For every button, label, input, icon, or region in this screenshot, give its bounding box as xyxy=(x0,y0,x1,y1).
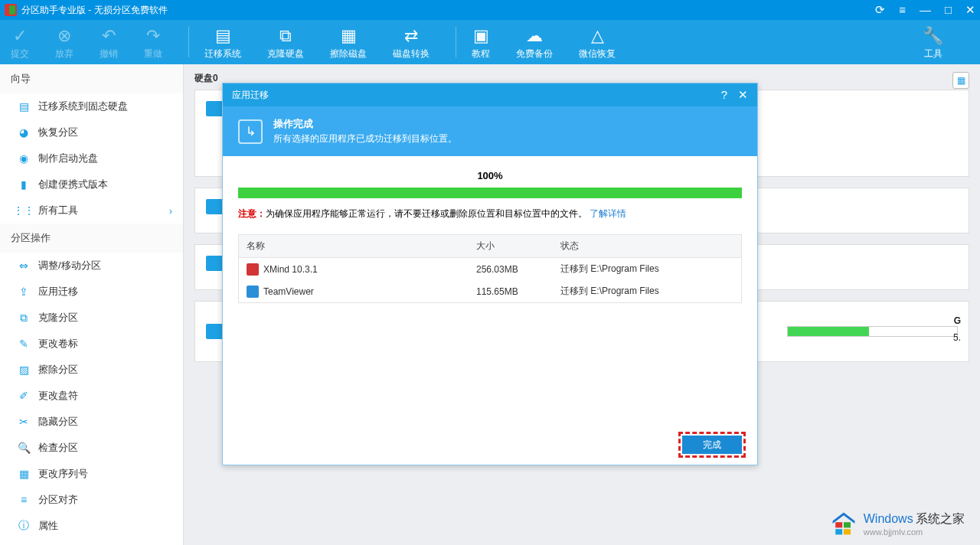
hide-icon: ✂ xyxy=(17,415,31,429)
chevron-right-icon: › xyxy=(169,205,172,217)
sidebar-app-migrate[interactable]: ⇪应用迁移 xyxy=(0,279,183,305)
result-table: 名称 大小 状态 XMind 10.3.1 256.03MB 迁移到 E:\Pr… xyxy=(238,234,742,303)
disc-icon: ◉ xyxy=(17,152,31,165)
sidebar-wipe-partition[interactable]: ▨擦除分区 xyxy=(0,357,183,383)
grid-icon: ⋮⋮ xyxy=(17,204,31,217)
convert-disk-button[interactable]: ⇄磁盘转换 xyxy=(393,24,430,60)
sidebar-check-partition[interactable]: 🔍检查分区 xyxy=(0,435,183,461)
search-icon: 🔍 xyxy=(17,441,31,455)
sidebar-boot-cd[interactable]: ◉制作启动光盘 xyxy=(0,145,183,171)
sidebar-migrate-ssd[interactable]: ▤迁移系统到固态硬盘 xyxy=(0,93,183,119)
refresh-icon[interactable]: ⟳ xyxy=(875,3,885,17)
undo-button[interactable]: ↶撤销 xyxy=(100,24,118,60)
window-controls: ⟳ ≡ — □ ✕ xyxy=(875,3,975,17)
close-icon[interactable]: ✕ xyxy=(965,3,975,17)
ssd-icon: ▤ xyxy=(17,100,31,113)
svg-rect-3 xyxy=(835,529,842,534)
sidebar-change-letter[interactable]: ✐更改盘符 xyxy=(0,383,183,409)
backup-button[interactable]: ☁免费备份 xyxy=(516,24,553,60)
dialog-titlebar: 应用迁移 ? ✕ xyxy=(223,83,757,106)
sidebar-restore-partition[interactable]: ◕恢复分区 xyxy=(0,119,183,145)
banner-desc: 所有选择的应用程序已成功迁移到目标位置。 xyxy=(273,132,457,145)
warning-text: 注意：为确保应用程序能够正常运行，请不要迁移或删除原位置和目标位置中的文件。 了… xyxy=(238,207,742,220)
usage-bar xyxy=(787,326,958,337)
redo-button[interactable]: ↷重做 xyxy=(144,24,162,60)
app-migrate-dialog: 应用迁移 ? ✕ ↳ 操作完成 所有选择的应用程序已成功迁移到目标位置。 100… xyxy=(222,83,758,465)
app-logo-icon xyxy=(5,4,17,16)
pencil-icon: ✎ xyxy=(17,337,31,351)
commit-button[interactable]: ✓提交 xyxy=(11,24,29,60)
learn-more-link[interactable]: 了解详情 xyxy=(590,208,626,219)
clone-icon: ⧉ xyxy=(17,311,31,325)
finish-button[interactable]: 完成 xyxy=(682,436,742,454)
view-toggle-button[interactable]: ▦ xyxy=(952,72,969,89)
svg-rect-1 xyxy=(835,522,842,527)
book-icon: ▣ xyxy=(473,24,489,47)
clone-disk-button[interactable]: ⧉克隆硬盘 xyxy=(267,24,304,60)
progress-bar xyxy=(238,188,742,198)
help-icon[interactable]: ? xyxy=(721,88,727,102)
sidebar-properties[interactable]: ⓘ属性 xyxy=(0,513,183,539)
house-logo-icon xyxy=(830,510,858,537)
wipe-disk-button[interactable]: ▦擦除磁盘 xyxy=(330,24,367,60)
minimize-icon[interactable]: — xyxy=(920,3,931,17)
menu-icon[interactable]: ≡ xyxy=(899,3,906,17)
tools-button[interactable]: 🔧工具 xyxy=(923,24,943,60)
sidebar-all-tools[interactable]: ⋮⋮所有工具› xyxy=(0,197,183,224)
watermark: Windows 系统之家 www.bjjmlv.com xyxy=(830,510,965,537)
sidebar-hide-partition[interactable]: ✂隐藏分区 xyxy=(0,409,183,435)
folder-arrow-icon: ↳ xyxy=(238,119,263,144)
pie-icon: ◕ xyxy=(17,126,31,139)
wrench-icon: 🔧 xyxy=(923,24,943,47)
drive-icon: ▤ xyxy=(215,24,231,47)
tutorial-button[interactable]: ▣教程 xyxy=(472,24,490,60)
app-icon xyxy=(247,263,259,276)
wechat-icon: △ xyxy=(591,24,604,47)
discard-button[interactable]: ⊗放弃 xyxy=(55,24,74,60)
dialog-banner: ↳ 操作完成 所有选择的应用程序已成功迁移到目标位置。 xyxy=(223,106,757,156)
tag-icon: ✐ xyxy=(17,389,31,403)
sidebar-align[interactable]: ≡分区对齐 xyxy=(0,487,183,513)
dialog-title: 应用迁移 xyxy=(232,89,269,102)
drive-num: 5. xyxy=(953,332,961,343)
titlebar: 分区助手专业版 - 无损分区免费软件 ⟳ ≡ — □ ✕ xyxy=(0,0,980,20)
sidebar-clone-partition[interactable]: ⧉克隆分区 xyxy=(0,305,183,331)
sidebar-resize[interactable]: ⇔调整/移动分区 xyxy=(0,253,183,279)
maximize-icon[interactable]: □ xyxy=(945,3,952,17)
sidebar-change-serial[interactable]: ▦更改序列号 xyxy=(0,461,183,487)
svg-rect-4 xyxy=(844,529,851,534)
clone-icon: ⧉ xyxy=(279,24,292,47)
info-icon: ⓘ xyxy=(17,519,31,533)
table-row: XMind 10.3.1 256.03MB 迁移到 E:\Program Fil… xyxy=(239,258,741,280)
window-title: 分区助手专业版 - 无损分区免费软件 xyxy=(21,4,168,17)
sidebar-portable[interactable]: ▮创建便携式版本 xyxy=(0,171,183,197)
eraser-icon: ▨ xyxy=(17,363,31,377)
serial-icon: ▦ xyxy=(17,467,31,481)
backup-icon: ☁ xyxy=(526,24,543,47)
col-size: 大小 xyxy=(476,240,560,253)
col-status: 状态 xyxy=(560,240,733,253)
migrate-icon: ⇪ xyxy=(17,285,31,299)
wechat-restore-button[interactable]: △微信恢复 xyxy=(579,24,616,60)
usb-icon: ▮ xyxy=(17,178,31,191)
convert-icon: ⇄ xyxy=(404,24,418,47)
wipe-icon: ▦ xyxy=(341,24,357,47)
col-name: 名称 xyxy=(247,240,476,253)
svg-marker-0 xyxy=(832,513,854,524)
toolbar: ✓提交 ⊗放弃 ↶撤销 ↷重做 ▤迁移系统 ⧉克隆硬盘 ▦擦除磁盘 ⇄磁盘转换 … xyxy=(0,20,980,64)
ops-header: 分区操作 xyxy=(0,224,183,253)
resize-icon: ⇔ xyxy=(17,259,31,272)
sidebar-change-label[interactable]: ✎更改卷标 xyxy=(0,331,183,357)
banner-title: 操作完成 xyxy=(273,117,457,131)
table-row: TeamViewer 115.65MB 迁移到 E:\Program Files xyxy=(239,280,741,302)
dialog-close-icon[interactable]: ✕ xyxy=(738,88,748,102)
progress-percent: 100% xyxy=(238,170,742,181)
app-icon xyxy=(247,286,259,298)
migrate-system-button[interactable]: ▤迁移系统 xyxy=(204,24,241,60)
align-icon: ≡ xyxy=(17,493,31,507)
sidebar: 向导 ▤迁移系统到固态硬盘 ◕恢复分区 ◉制作启动光盘 ▮创建便携式版本 ⋮⋮所… xyxy=(0,64,184,545)
svg-rect-2 xyxy=(844,522,851,527)
drive-letter: G xyxy=(954,315,961,326)
wizard-header: 向导 xyxy=(0,64,183,93)
